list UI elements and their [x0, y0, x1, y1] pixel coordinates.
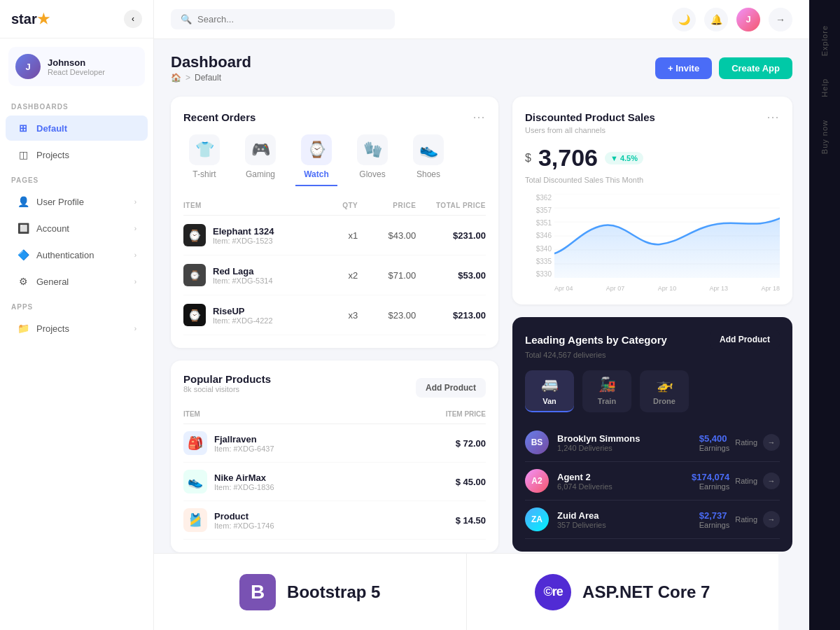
- theme-toggle-button[interactable]: 🌙: [672, 8, 696, 31]
- product-details: Fjallraven Item: #XDG-6437: [214, 434, 274, 453]
- agent-avatar: A2: [525, 469, 549, 493]
- popular-products-card: Popular Products 8k social visitors Add …: [171, 360, 498, 552]
- tab-gloves[interactable]: 🧤 Gloves: [351, 134, 393, 186]
- product-id: Item: #XDG-1746: [214, 522, 274, 530]
- user-icon: 👤: [17, 195, 29, 208]
- left-column: Recent Orders ⋯ 👕 T-shirt 🎮 Gaming: [171, 97, 498, 552]
- sidebar-user-card[interactable]: J Johnson React Developer: [8, 47, 145, 86]
- sidebar-item-label: Projects: [36, 323, 127, 334]
- order-total: $231.00: [416, 230, 486, 241]
- sales-amount: $ 3,706 ▼ 4.5%: [525, 144, 780, 172]
- account-icon: 🔲: [17, 222, 29, 234]
- col-total: TOTAL PRICE: [416, 202, 486, 209]
- sidebar-collapse-button[interactable]: ‹: [124, 10, 142, 28]
- topbar-avatar[interactable]: J: [736, 8, 760, 31]
- sidebar-item-authentication[interactable]: 🔷 Authentication ›: [6, 242, 148, 267]
- help-button[interactable]: Help: [812, 67, 837, 108]
- bootstrap-overlay-item[interactable]: B Bootstrap 5: [154, 554, 467, 630]
- sidebar-item-account[interactable]: 🔲 Account ›: [6, 216, 148, 241]
- explore-button[interactable]: Explore: [812, 14, 837, 67]
- tab-gaming[interactable]: 🎮 Gaming: [239, 134, 281, 186]
- tshirt-icon: 👕: [189, 134, 220, 165]
- tab-label: T-shirt: [192, 169, 216, 179]
- card-menu-icon[interactable]: ⋯: [472, 109, 486, 125]
- agent-arrow-button[interactable]: →: [763, 511, 780, 528]
- order-price: $23.00: [358, 310, 416, 321]
- agent-arrow-button[interactable]: →: [763, 434, 780, 451]
- agents-subtitle: Total 424,567 deliveries: [525, 351, 780, 359]
- notifications-button[interactable]: 🔔: [704, 8, 728, 31]
- category-label: Van: [542, 397, 556, 405]
- add-product-agents-button[interactable]: Add Product: [710, 330, 780, 349]
- invite-button[interactable]: + Invite: [655, 57, 712, 79]
- tab-watch[interactable]: ⌚ Watch: [295, 134, 337, 186]
- tab-shoes[interactable]: 👟 Shoes: [407, 134, 449, 186]
- buy-now-button[interactable]: Buy now: [812, 108, 837, 165]
- product-image: 👟: [183, 470, 207, 493]
- apps-section-title: APPS: [0, 295, 153, 315]
- tab-label: Gloves: [359, 169, 385, 179]
- agent-deliveries: 357 Deliveries: [557, 521, 691, 529]
- recent-orders-title: Recent Orders: [183, 111, 255, 123]
- agent-name: Brooklyn Simmons: [557, 433, 691, 444]
- category-train[interactable]: 🚂 Train: [582, 370, 631, 412]
- agent-earnings-area: $174,074 Earnings: [692, 472, 729, 491]
- sidebar-item-default[interactable]: ⊞ Default: [6, 115, 148, 141]
- agent-categories: 🚐 Van 🚂 Train 🚁 Drone: [525, 370, 780, 412]
- agent-right: $2,737 Earnings Rating →: [699, 510, 780, 529]
- orders-table: ITEM QTY PRICE TOTAL PRICE ⌚ Elephant 13…: [183, 197, 486, 335]
- agent-name: Agent 2: [557, 472, 683, 482]
- add-product-button[interactable]: Add Product: [416, 378, 486, 398]
- aspnet-letter: ©re: [543, 584, 562, 599]
- search-input[interactable]: [197, 14, 385, 24]
- order-qty: x3: [300, 310, 358, 321]
- train-icon: 🚂: [598, 376, 616, 393]
- card-menu-icon[interactable]: ⋯: [766, 109, 780, 125]
- agent-earnings: $2,737: [699, 510, 729, 521]
- chart-x-labels: Apr 04 Apr 07 Apr 10 Apr 13 Apr 18: [554, 285, 780, 292]
- drone-icon: 🚁: [656, 376, 673, 393]
- table-row: ⌚ RiseUP Item: #XDG-4222 x3 $23.00 $213.…: [183, 295, 486, 335]
- user-name: Johnson: [48, 57, 105, 68]
- category-van[interactable]: 🚐 Van: [525, 370, 574, 412]
- chevron-down-icon: ›: [134, 198, 136, 206]
- recent-orders-card: Recent Orders ⋯ 👕 T-shirt 🎮 Gaming: [171, 97, 498, 348]
- tab-tshirt[interactable]: 👕 T-shirt: [183, 134, 225, 186]
- order-price: $71.00: [358, 270, 416, 281]
- search-icon: 🔍: [181, 14, 192, 24]
- topbar: 🔍 🌙 🔔 J →: [154, 0, 809, 39]
- category-drone[interactable]: 🚁 Drone: [640, 370, 689, 412]
- chart-x-label: Apr 10: [658, 285, 677, 292]
- topbar-arrow-button[interactable]: →: [769, 8, 792, 31]
- agent-rating-label: Rating: [735, 477, 757, 485]
- order-details: Elephant 1324 Item: #XDG-1523: [213, 226, 274, 245]
- agent-earnings-label: Earnings: [692, 482, 729, 491]
- list-item: 🎒 Fjallraven Item: #XDG-6437 $ 72.00: [183, 424, 486, 463]
- gaming-icon: 🎮: [245, 134, 276, 165]
- watch-icon: ⌚: [301, 134, 332, 165]
- search-box: 🔍: [171, 9, 395, 29]
- product-id: Item: #XDG-6437: [214, 444, 274, 453]
- sidebar-item-general[interactable]: ⚙ General ›: [6, 269, 148, 294]
- agent-arrow-button[interactable]: →: [763, 472, 780, 489]
- sidebar-item-projects[interactable]: ◫ Projects: [6, 142, 148, 167]
- order-qty: x2: [300, 270, 358, 281]
- recent-orders-header: Recent Orders ⋯: [183, 109, 486, 125]
- agent-deliveries: 1,240 Deliveries: [557, 444, 691, 452]
- aspnet-overlay-item[interactable]: ©re ASP.NET Core 7: [467, 554, 779, 630]
- folder-icon: 📁: [17, 322, 29, 335]
- breadcrumb-current: Default: [195, 73, 221, 83]
- agent-earnings: $5,400: [699, 433, 729, 444]
- sidebar-item-apps-projects[interactable]: 📁 Projects ›: [6, 316, 148, 341]
- create-app-button[interactable]: Create App: [719, 57, 792, 79]
- chevron-down-icon: ›: [134, 325, 136, 332]
- sidebar-item-user-profile[interactable]: 👤 User Profile ›: [6, 189, 148, 214]
- main-two-col: Recent Orders ⋯ 👕 T-shirt 🎮 Gaming: [171, 97, 792, 552]
- product-price: $ 14.50: [385, 515, 486, 526]
- category-label: Train: [598, 397, 616, 405]
- avatar: J: [15, 54, 41, 79]
- popular-products-title-area: Popular Products 8k social visitors: [183, 373, 271, 402]
- discounted-sales-card: Discounted Product Sales ⋯ Users from al…: [512, 97, 792, 304]
- col-qty: QTY: [300, 202, 358, 209]
- bootstrap-badge: B: [239, 574, 276, 610]
